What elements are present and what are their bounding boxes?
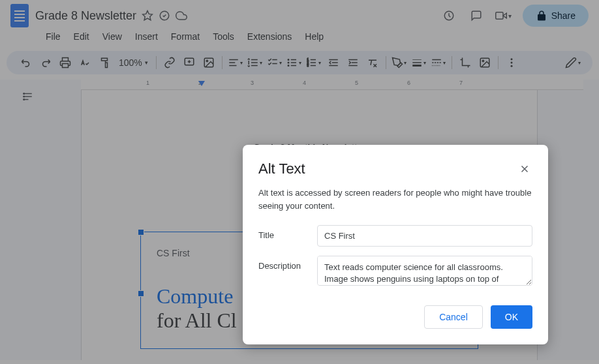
dialog-description: Alt text is accessed by screen readers f… (258, 187, 532, 212)
description-textarea[interactable]: Text reads computer science for all clas… (317, 256, 532, 286)
close-button[interactable] (517, 161, 532, 177)
app-root: Grade 8 Newsletter (0, 0, 599, 364)
alt-text-dialog: Alt Text Alt text is accessed by screen … (243, 145, 548, 344)
dialog-actions: Cancel OK (258, 305, 532, 329)
title-input[interactable] (317, 225, 532, 247)
title-row: Title (258, 225, 532, 247)
ok-button[interactable]: OK (491, 305, 532, 329)
cancel-button[interactable]: Cancel (424, 305, 483, 329)
title-label: Title (258, 225, 307, 240)
description-row: Description Text reads computer science … (258, 256, 532, 286)
dialog-title: Alt Text (258, 160, 305, 177)
description-label: Description (258, 256, 307, 271)
dialog-header: Alt Text (258, 160, 532, 177)
